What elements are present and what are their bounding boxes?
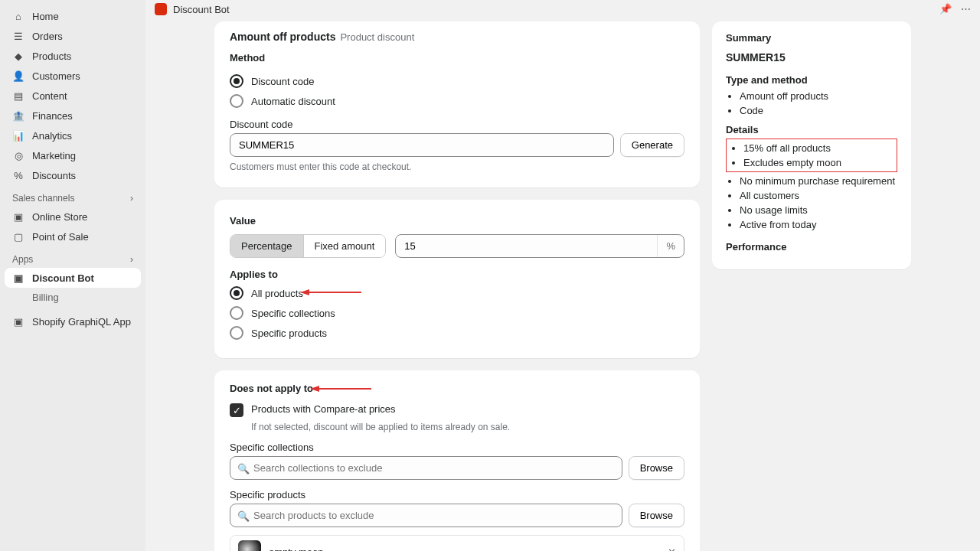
- nav-label: Billing: [32, 292, 59, 303]
- home-icon: ⌂: [12, 10, 24, 22]
- radio-label: Specific products: [251, 328, 327, 339]
- checkbox-label: Products with Compare-at prices: [251, 403, 396, 415]
- annotation-arrow: [300, 289, 361, 298]
- seg-fixed[interactable]: Fixed amount: [303, 235, 386, 257]
- summary-item: No minimum purchase requirement: [740, 174, 897, 188]
- nav-finances[interactable]: 🏦Finances: [5, 106, 141, 126]
- discount-title: Amount off products: [230, 31, 335, 43]
- svg-marker-3: [310, 386, 319, 392]
- marketing-icon: ◎: [12, 149, 24, 161]
- more-icon[interactable]: ⋯: [961, 3, 971, 15]
- summary-item: 15% off all products: [743, 141, 893, 155]
- annotation-arrow: [310, 386, 371, 395]
- search-icon: 🔍: [237, 510, 250, 521]
- radio-specific-collections[interactable]: Specific collections: [230, 303, 684, 323]
- value-input-wrap: %: [395, 234, 684, 258]
- checkbox-compare-at[interactable]: ✓ Products with Compare-at prices: [230, 400, 684, 420]
- nav-label: Analytics: [32, 130, 72, 142]
- card-method: Amount off products Product discount Met…: [214, 21, 700, 187]
- summary-details-label: Details: [726, 124, 897, 135]
- nav-label: Content: [32, 90, 67, 102]
- browse-collections-button[interactable]: Browse: [629, 456, 684, 480]
- code-label: Discount code: [230, 119, 684, 130]
- browse-products-button[interactable]: Browse: [629, 504, 684, 527]
- nav-discount-bot[interactable]: ▣Discount Bot: [5, 268, 141, 288]
- discount-code-input[interactable]: [230, 133, 614, 157]
- summary-item: No usage limits: [740, 203, 897, 217]
- sales-channels-header[interactable]: Sales channels›: [5, 185, 141, 207]
- radio-icon: [230, 286, 243, 300]
- exclusions-heading: Does not apply to: [230, 383, 313, 394]
- method-heading: Method: [230, 52, 684, 64]
- page-title: Discount Bot: [173, 4, 230, 15]
- radio-label: Automatic discount: [251, 96, 335, 107]
- summary-item: Excludes empty moon: [743, 155, 893, 170]
- radio-automatic[interactable]: Automatic discount: [230, 91, 684, 111]
- radio-label: Specific collections: [251, 308, 335, 319]
- card-exclusions: Does not apply to ✓ Products with Compar…: [214, 370, 700, 551]
- nav-content[interactable]: ▤Content: [5, 86, 141, 106]
- card-value: Value Percentage Fixed amount % Applies …: [214, 200, 700, 358]
- summary-code: SUMMER15: [726, 51, 897, 64]
- radio-discount-code[interactable]: Discount code: [230, 71, 684, 91]
- value-input[interactable]: [396, 235, 657, 257]
- radio-specific-products[interactable]: Specific products: [230, 323, 684, 343]
- summary-item: All customers: [740, 188, 897, 203]
- code-help-text: Customers must enter this code at checko…: [230, 161, 684, 172]
- seg-percentage[interactable]: Percentage: [230, 235, 303, 257]
- exclude-products-input[interactable]: [230, 504, 622, 527]
- apps-header[interactable]: Apps›: [5, 246, 141, 268]
- excluded-product-chip: empty moon ✕: [230, 535, 684, 551]
- nav-label: Discount Bot: [32, 272, 94, 284]
- applies-heading: Applies to: [230, 269, 684, 280]
- nav-home[interactable]: ⌂Home: [5, 6, 141, 26]
- nav-label: Discounts: [32, 170, 76, 181]
- checkbox-icon: ✓: [230, 403, 243, 417]
- radio-icon: [230, 94, 243, 108]
- radio-label: All products: [251, 288, 303, 299]
- pos-icon: ▢: [12, 230, 24, 243]
- nav-orders[interactable]: ☰Orders: [5, 26, 141, 46]
- product-name: empty moon: [269, 546, 324, 552]
- radio-all-products[interactable]: All products: [230, 283, 684, 303]
- compare-help: If not selected, discount will be applie…: [251, 422, 684, 432]
- nav-customers[interactable]: 👤Customers: [5, 66, 141, 86]
- nav-online-store[interactable]: ▣Online Store: [5, 207, 141, 227]
- nav-billing[interactable]: Billing: [5, 288, 141, 307]
- customers-icon: 👤: [12, 70, 24, 82]
- generate-button[interactable]: Generate: [620, 133, 684, 157]
- percent-suffix: %: [657, 235, 684, 257]
- nav-graphiql[interactable]: ▣Shopify GraphiQL App: [5, 311, 141, 331]
- radio-icon: [230, 306, 243, 320]
- discounts-icon: %: [12, 169, 24, 181]
- analytics-icon: 📊: [12, 129, 24, 142]
- sidebar: ⌂Home ☰Orders ◆Products 👤Customers ▤Cont…: [0, 0, 145, 551]
- main-area: Discount Bot 📌 ⋯ Amount off products Pro…: [145, 0, 980, 551]
- nav-pos[interactable]: ▢Point of Sale: [5, 227, 141, 246]
- exclude-products-label: Specific products: [230, 489, 684, 500]
- section-text: Sales channels: [12, 193, 74, 204]
- discount-bot-icon: [155, 3, 167, 15]
- exclude-collections-label: Specific collections: [230, 442, 684, 453]
- annotation-highlight: 15% off all products Excludes empty moon: [726, 139, 897, 172]
- pin-icon[interactable]: 📌: [939, 3, 952, 15]
- nav-marketing[interactable]: ◎Marketing: [5, 145, 141, 165]
- app-icon: ▣: [12, 272, 24, 284]
- nav-label: Finances: [32, 110, 73, 122]
- nav-products[interactable]: ◆Products: [5, 46, 141, 66]
- store-icon: ▣: [12, 210, 24, 223]
- nav-analytics[interactable]: 📊Analytics: [5, 126, 141, 145]
- nav-label: Home: [32, 11, 59, 22]
- orders-icon: ☰: [12, 30, 24, 42]
- summary-card: Summary SUMMER15 Type and method Amount …: [712, 21, 911, 269]
- nav-discounts[interactable]: %Discounts: [5, 165, 141, 185]
- nav-label: Point of Sale: [32, 231, 89, 243]
- nav-label: Products: [32, 51, 71, 62]
- products-icon: ◆: [12, 50, 24, 62]
- topbar: Discount Bot 📌 ⋯: [145, 0, 980, 21]
- nav-label: Customers: [32, 70, 80, 82]
- exclude-collections-input[interactable]: [230, 456, 622, 480]
- graphiql-icon: ▣: [12, 315, 24, 328]
- summary-item: Active from today: [740, 217, 897, 232]
- remove-product-button[interactable]: ✕: [668, 546, 676, 552]
